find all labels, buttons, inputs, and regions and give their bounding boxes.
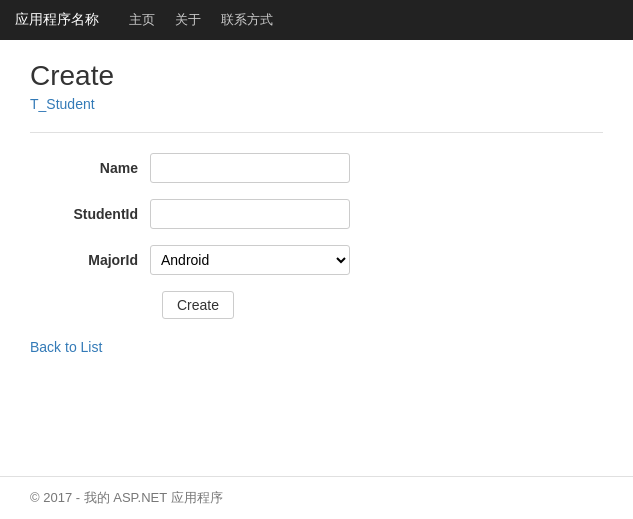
nav-contact[interactable]: 联系方式	[221, 11, 273, 29]
create-button[interactable]: Create	[162, 291, 234, 319]
form-group-majorid: MajorId Android iOS Web	[50, 245, 603, 275]
name-input[interactable]	[150, 153, 350, 183]
content-area: Create T_Student Name StudentId MajorId …	[0, 40, 633, 375]
page-wrapper: 应用程序名称 主页 关于 联系方式 Create T_Student Name …	[0, 0, 633, 519]
label-studentid: StudentId	[50, 206, 150, 222]
footer: © 2017 - 我的 ASP.NET 应用程序	[0, 476, 633, 519]
studentid-input[interactable]	[150, 199, 350, 229]
navbar: 应用程序名称 主页 关于 联系方式	[0, 0, 633, 40]
label-name: Name	[50, 160, 150, 176]
nav-home[interactable]: 主页	[129, 11, 155, 29]
majorid-select[interactable]: Android iOS Web	[150, 245, 350, 275]
navbar-brand[interactable]: 应用程序名称	[15, 11, 99, 29]
back-to-list-link[interactable]: Back to List	[30, 339, 102, 355]
form-group-name: Name	[50, 153, 603, 183]
footer-text: © 2017 - 我的 ASP.NET 应用程序	[30, 490, 223, 505]
entity-name: T_Student	[30, 96, 603, 112]
form-group-studentid: StudentId	[50, 199, 603, 229]
nav-about[interactable]: 关于	[175, 11, 201, 29]
divider-top	[30, 132, 603, 133]
page-title: Create	[30, 60, 603, 92]
label-majorid: MajorId	[50, 252, 150, 268]
form-container: Name StudentId MajorId Android iOS Web C…	[50, 153, 603, 319]
